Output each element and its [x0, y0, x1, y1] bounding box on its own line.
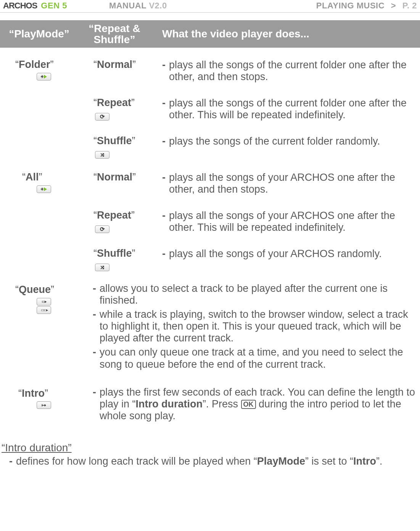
manual-word: MANUAL [109, 1, 146, 10]
repeat-shuffle-label: “Normal” [93, 172, 148, 183]
th-repeat-shuffle: “Repeat & Shuffle” [78, 21, 151, 47]
description-bullet: -plays all the songs of the current fold… [162, 97, 416, 127]
repeat-shuffle-label: “Shuffle” [93, 248, 148, 271]
breadcrumb: PLAYING MUSIC > P. 2 [316, 1, 417, 11]
shuffle-icon [95, 264, 109, 271]
table-row: “Repeat” -plays all the songs of your AR… [0, 203, 420, 241]
description-bullet: -plays all the songs of your ARCHOS one … [162, 172, 416, 201]
playmode-intro-icon [37, 401, 51, 409]
repeat-shuffle-label: “Repeat” [93, 97, 148, 121]
playmode-all-icon [37, 185, 51, 193]
section-heading-intro-duration: “Intro duration” [0, 442, 420, 454]
playmode-table: “PlayMode” “Repeat & Shuffle” What the v… [0, 20, 420, 428]
table-row: “Shuffle” -plays the songs of the curren… [0, 129, 420, 160]
header-bar: ARCHOS GEN 5 MANUAL V2.0 PLAYING MUSIC >… [0, 0, 420, 13]
playmode-label: “Folder” [15, 59, 76, 71]
playmode-label: “Queue” [15, 284, 76, 296]
repeat-shuffle-label: “Repeat” [93, 210, 148, 233]
description-bullet: -allows you to select a track to be play… [93, 283, 416, 309]
description-bullet: -while a track is playing, switch to the… [93, 309, 416, 346]
section-body: - defines for how long each track will b… [0, 454, 420, 473]
playmode-label: “Intro” [15, 388, 76, 399]
table-row: “Repeat” -plays all the songs of the cur… [0, 90, 420, 129]
ok-button-glyph: OK [241, 400, 256, 409]
manual-version: V2.0 [149, 1, 167, 10]
repeat-shuffle-label: “Shuffle” [93, 135, 148, 159]
manual-title: MANUAL V2.0 [109, 1, 167, 11]
playmode-label: “All” [15, 172, 76, 183]
description-bullet: -plays the songs of the current folder r… [162, 135, 416, 153]
description-bullet: -plays all the songs of the current fold… [162, 59, 416, 89]
repeat-icon [95, 113, 109, 121]
description-bullet: -plays all the songs of your ARCHOS rand… [162, 248, 416, 266]
brand-logo: ARCHOS [3, 1, 37, 11]
th-playmode: “PlayMode” [0, 26, 78, 42]
description-bullet: -plays all the songs of your ARCHOS one … [162, 210, 416, 240]
breadcrumb-separator: > [391, 1, 396, 10]
table-header: “PlayMode” “Repeat & Shuffle” What the v… [0, 20, 420, 48]
playmode-queue-icon [37, 298, 51, 306]
description-bullet: -you can only queue one track at a time,… [93, 346, 416, 376]
page-number: P. 2 [402, 1, 417, 10]
table-row: “Queue” -allows you to select a track to… [0, 273, 420, 376]
breadcrumb-section: PLAYING MUSIC [316, 1, 385, 10]
table-body: “Folder” “Normal” -plays all the songs o… [0, 48, 420, 428]
playmode-folder-icon [37, 73, 51, 80]
table-row: “Shuffle” -plays all the songs of your A… [0, 241, 420, 273]
description-bullet: - defines for how long each track will b… [9, 455, 416, 473]
th-description: What the video player does... [151, 26, 420, 42]
product-generation: GEN 5 [41, 1, 67, 11]
shuffle-icon [95, 151, 109, 159]
playmode-queue-icon [37, 306, 51, 314]
table-row: “All” “Normal” -plays all the songs of y… [0, 160, 420, 203]
repeat-icon [95, 225, 109, 233]
repeat-shuffle-label: “Normal” [93, 59, 148, 71]
description-bullet: - plays the first few seconds of each tr… [93, 386, 416, 428]
table-row: “Folder” “Normal” -plays all the songs o… [0, 48, 420, 90]
table-row: “Intro” - plays the first few seconds of… [0, 377, 420, 428]
